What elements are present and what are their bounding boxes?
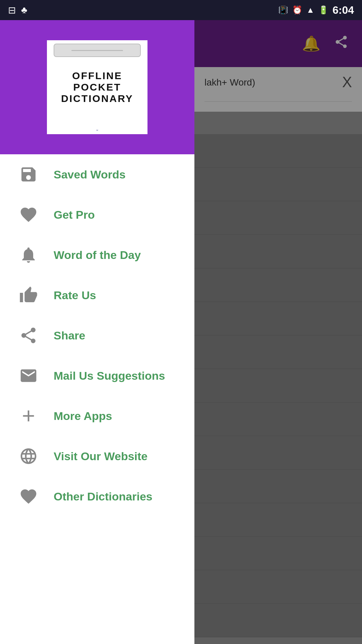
menu-item-saved-words[interactable]: Saved Words [0, 154, 194, 195]
menu-item-word-of-day[interactable]: Word of the Day [0, 235, 194, 275]
dim-overlay[interactable] [194, 20, 362, 644]
alarm-icon: ⏰ [292, 5, 302, 15]
saved-words-label: Saved Words [54, 168, 126, 181]
vibrate-icon: 📳 [278, 5, 288, 15]
plus-icon [17, 404, 40, 428]
navigation-drawer: OFFLINE POCKET DICTIONARY Saved Words [0, 20, 194, 644]
menu-item-get-pro[interactable]: Get Pro [0, 195, 194, 235]
get-pro-label: Get Pro [54, 208, 95, 221]
save-icon [17, 163, 40, 186]
globe-icon [17, 444, 40, 468]
menu-item-mail-suggestions[interactable]: Mail Us Suggestions [0, 356, 194, 396]
menu-item-visit-website[interactable]: Visit Our Website [0, 436, 194, 476]
menu-item-more-apps[interactable]: More Apps [0, 396, 194, 436]
logo-line-3: DICTIONARY [61, 93, 133, 104]
bell-icon [17, 243, 40, 267]
share-label: Share [54, 329, 85, 342]
heart-icon [17, 203, 40, 226]
android-icon: ♣ [21, 5, 27, 15]
gallery-icon: ⊟ [8, 5, 16, 16]
heart-filled-icon [17, 485, 40, 508]
logo-line-1: OFFLINE [72, 70, 122, 82]
drawer-menu: Saved Words Get Pro Word of the Day [0, 154, 194, 644]
mail-icon [17, 364, 40, 387]
other-dicts-label: Other Dictionaries [54, 490, 153, 503]
status-time: 6:04 [333, 4, 354, 16]
menu-item-rate-us[interactable]: Rate Us [0, 275, 194, 315]
status-bar-right: 📳 ⏰ ▲ 🔋 6:04 [278, 4, 354, 16]
logo-line-2: POCKET [73, 82, 121, 93]
rate-us-label: Rate Us [54, 289, 96, 302]
signal-icon: ▲ [306, 5, 314, 15]
drawer-header: OFFLINE POCKET DICTIONARY [0, 20, 194, 154]
status-bar: ⊟ ♣ 📳 ⏰ ▲ 🔋 6:04 [0, 0, 362, 20]
word-of-day-label: Word of the Day [54, 249, 141, 262]
app-logo: OFFLINE POCKET DICTIONARY [47, 40, 147, 134]
battery-icon: 🔋 [318, 5, 328, 15]
visit-website-label: Visit Our Website [54, 450, 147, 463]
thumbup-icon [17, 283, 40, 307]
menu-item-share[interactable]: Share [0, 315, 194, 356]
mail-suggestions-label: Mail Us Suggestions [54, 369, 165, 382]
menu-item-other-dicts[interactable]: Other Dictionaries [0, 476, 194, 517]
more-apps-label: More Apps [54, 410, 112, 423]
status-bar-left: ⊟ ♣ [8, 5, 27, 16]
share-icon [17, 324, 40, 347]
